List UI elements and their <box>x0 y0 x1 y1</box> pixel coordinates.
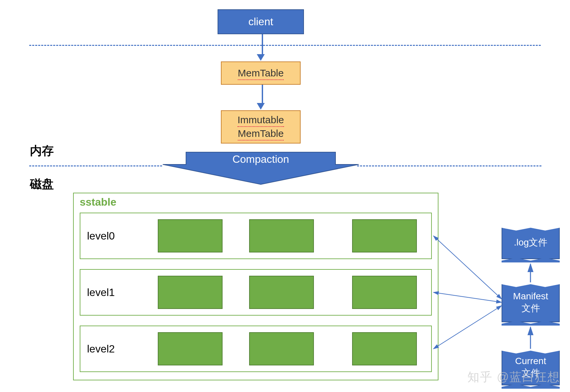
immutable-label-2: MemTable <box>238 127 284 141</box>
level0-block-1 <box>158 219 223 252</box>
level2-block-3 <box>352 332 417 365</box>
current-label-1: Current <box>515 356 546 366</box>
arrow-client-memtable <box>260 34 265 61</box>
level0-block-2 <box>249 219 314 252</box>
arrow-memtable-immutable <box>260 85 265 110</box>
client-label: client <box>248 16 273 28</box>
svg-line-2 <box>433 292 502 302</box>
svg-line-1 <box>433 236 502 299</box>
level1-block-2 <box>249 276 314 309</box>
log-file-node: .log文件 <box>502 226 560 259</box>
memtable-node: MemTable <box>221 61 301 85</box>
level1-block-3 <box>352 276 417 309</box>
level0-label: level0 <box>87 230 115 242</box>
level2-label: level2 <box>87 343 115 355</box>
dashed-divider-middle-right <box>357 165 541 166</box>
memtable-label: MemTable <box>238 66 284 80</box>
svg-line-3 <box>433 306 502 349</box>
level2-block-1 <box>158 332 223 365</box>
sstable-title: sstable <box>80 196 116 208</box>
watermark-text: 知乎 @蓝白狂想 <box>467 369 560 385</box>
compaction-arrow-icon: Compaction <box>161 149 360 186</box>
level2-block-2 <box>249 332 314 365</box>
dashed-divider-middle-left <box>29 165 162 166</box>
disk-section-label: 磁盘 <box>30 176 54 192</box>
manifest-label-1: Manifest <box>513 291 548 301</box>
compaction-label: Compaction <box>233 153 289 165</box>
level0-block-3 <box>352 219 417 252</box>
client-node: client <box>218 9 304 34</box>
manifest-file-node: Manifest 文件 <box>502 282 560 322</box>
log-file-label: .log文件 <box>514 237 547 248</box>
memory-section-label: 内存 <box>30 143 54 159</box>
level1-label: level1 <box>87 286 115 299</box>
manifest-label-2: 文件 <box>522 303 540 313</box>
level1-block-1 <box>158 276 223 309</box>
immutable-label-1: Immutable <box>238 113 284 127</box>
dashed-divider-top <box>29 45 541 46</box>
immutable-memtable-node: Immutable MemTable <box>221 110 301 144</box>
